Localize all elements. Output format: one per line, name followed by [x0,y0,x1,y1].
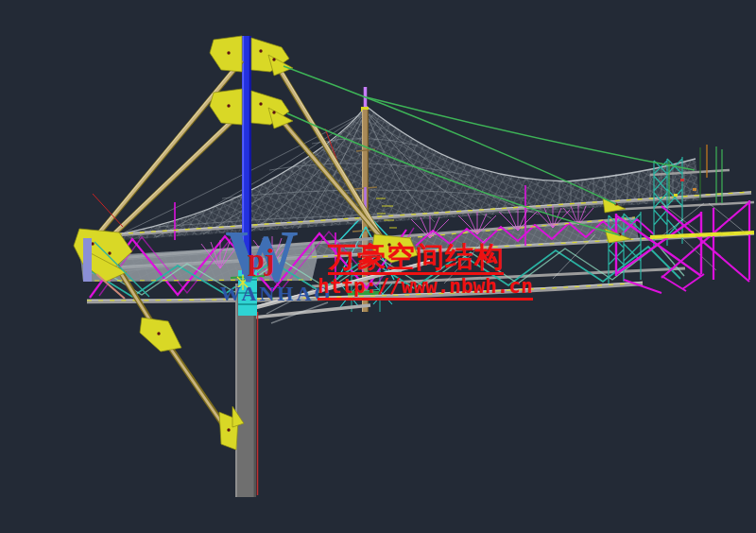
end-post [83,238,92,282]
cad-viewport[interactable]: W pj WANHAO 万豪空间结构 http://www.nbwh.cn [0,0,756,533]
watermark-logo-inner: pj [248,244,274,274]
watermark-logo-name: WANHAO [220,284,333,304]
watermark-company-text: 万豪空间结构 [328,243,504,275]
watermark-url-text: http://www.nbwh.cn [318,277,533,301]
